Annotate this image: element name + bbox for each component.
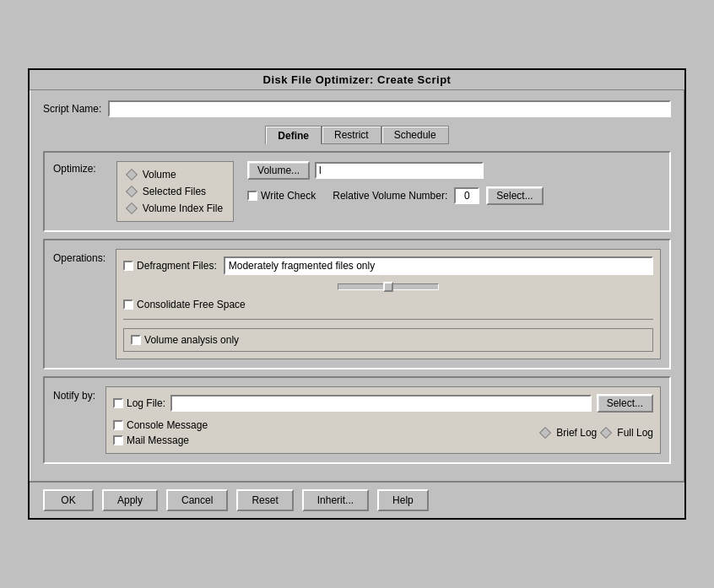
radio-selected-files-icon — [126, 186, 138, 197]
radio-volume-index-icon — [126, 202, 138, 214]
notify-panel: Notify by: Log File: Select... — [43, 376, 671, 464]
write-check-label: Write Check — [261, 190, 316, 202]
operations-inner-layout: Operations: Defragment Files: — [53, 249, 661, 359]
log-options: Brief Log Full Log — [541, 427, 653, 439]
radio-volume-label: Volume — [143, 169, 176, 181]
slider-track[interactable] — [338, 283, 439, 290]
volume-row: Volume... — [247, 161, 661, 180]
defrag-option-input[interactable] — [224, 256, 653, 275]
window-content: Script Name: Define Restrict Schedule Op… — [30, 90, 684, 481]
optimize-label: Optimize: — [53, 161, 96, 175]
defrag-row: Defragment Files: — [123, 256, 653, 275]
ok-button[interactable]: OK — [43, 489, 94, 511]
inherit-button[interactable]: Inherit... — [302, 489, 369, 511]
mail-checkbox[interactable] — [113, 435, 123, 445]
mail-label: Mail Message — [127, 434, 189, 446]
rvn-input[interactable] — [454, 187, 479, 204]
console-checkbox[interactable] — [113, 420, 123, 430]
brief-log-label: Brief Log — [556, 427, 597, 439]
volume-analysis-label: Volume analysis only — [144, 334, 239, 346]
write-check-checkbox[interactable] — [247, 191, 257, 201]
radio-brief-log-icon — [539, 427, 551, 439]
mail-checkbox-container[interactable]: Mail Message — [113, 434, 541, 446]
select-button[interactable]: Select... — [486, 186, 543, 205]
console-label: Console Message — [127, 419, 208, 431]
console-options: Console Message Mail Message — [113, 419, 541, 446]
operations-label: Operations: — [53, 249, 105, 264]
log-file-input[interactable] — [170, 395, 592, 412]
tabs-row: Define Restrict Schedule — [43, 126, 671, 144]
operations-inner: Defragment Files: Consolidate Free Space — [116, 249, 661, 359]
write-check-container[interactable]: Write Check — [247, 190, 316, 202]
script-name-label: Script Name: — [43, 103, 101, 115]
radio-full-log-icon — [600, 427, 612, 439]
cancel-button[interactable]: Cancel — [166, 489, 228, 511]
log-select-button[interactable]: Select... — [597, 394, 653, 413]
optimize-panel: Optimize: Volume Selected Files Volume I… — [43, 151, 671, 232]
console-mail-row: Console Message Mail Message Brief Log — [113, 419, 653, 446]
volume-input[interactable] — [315, 162, 484, 179]
tab-define[interactable]: Define — [265, 126, 322, 144]
consolidate-checkbox-container[interactable]: Consolidate Free Space — [123, 299, 246, 310]
console-checkbox-container[interactable]: Console Message — [113, 419, 541, 431]
tab-schedule[interactable]: Schedule — [381, 126, 449, 144]
log-file-label: Log File: — [127, 397, 165, 409]
optimize-options: Volume Selected Files Volume Index File — [116, 161, 234, 222]
notify-label: Notify by: — [53, 386, 95, 402]
radio-selected-files-label: Selected Files — [143, 186, 206, 197]
slider-row — [123, 283, 653, 290]
radio-volume-index[interactable]: Volume Index File — [127, 202, 223, 214]
notify-layout: Notify by: Log File: Select... — [53, 386, 661, 454]
defrag-label: Defragment Files: — [137, 260, 217, 272]
divider — [123, 319, 653, 320]
log-file-row: Log File: Select... — [113, 394, 653, 413]
rvn-label: Relative Volume Number: — [333, 190, 447, 202]
title-bar: Disk File Optimizer: Create Script — [30, 70, 684, 90]
operations-panel: Operations: Defragment Files: — [43, 239, 671, 370]
defrag-checkbox-container[interactable]: Defragment Files: — [123, 260, 217, 272]
full-log-label: Full Log — [617, 427, 653, 439]
radio-brief-log[interactable]: Brief Log — [541, 427, 597, 439]
consolidate-checkbox[interactable] — [123, 299, 133, 310]
consolidate-label: Consolidate Free Space — [137, 299, 246, 310]
apply-button[interactable]: Apply — [102, 489, 158, 511]
optimize-right: Volume... Write Check Relative Volume Nu… — [247, 161, 661, 205]
defrag-checkbox[interactable] — [123, 261, 133, 271]
bottom-bar: OK Apply Cancel Reset Inherit... Help — [30, 481, 684, 518]
log-file-checkbox[interactable] — [113, 398, 123, 408]
window-title: Disk File Optimizer: Create Script — [263, 73, 452, 86]
help-button[interactable]: Help — [377, 489, 429, 511]
script-name-input[interactable] — [108, 100, 671, 117]
log-file-checkbox-container[interactable]: Log File: — [113, 397, 165, 409]
volume-analysis-row: Volume analysis only — [123, 328, 653, 352]
slider-thumb[interactable] — [383, 282, 393, 292]
volume-analysis-container[interactable]: Volume analysis only — [131, 334, 239, 346]
write-check-row: Write Check Relative Volume Number: Sele… — [247, 186, 661, 205]
radio-volume-icon — [126, 169, 138, 181]
radio-full-log[interactable]: Full Log — [602, 427, 653, 439]
radio-volume[interactable]: Volume — [127, 169, 223, 181]
notify-inner: Log File: Select... Console Message — [105, 386, 661, 454]
volume-analysis-checkbox[interactable] — [131, 335, 141, 345]
radio-volume-index-label: Volume Index File — [143, 202, 223, 214]
radio-selected-files[interactable]: Selected Files — [127, 186, 223, 197]
main-window: Disk File Optimizer: Create Script Scrip… — [28, 68, 686, 520]
reset-button[interactable]: Reset — [236, 489, 293, 511]
volume-button[interactable]: Volume... — [247, 161, 310, 180]
consolidate-row: Consolidate Free Space — [123, 299, 653, 310]
tab-restrict[interactable]: Restrict — [322, 126, 381, 144]
script-name-row: Script Name: — [43, 100, 671, 117]
